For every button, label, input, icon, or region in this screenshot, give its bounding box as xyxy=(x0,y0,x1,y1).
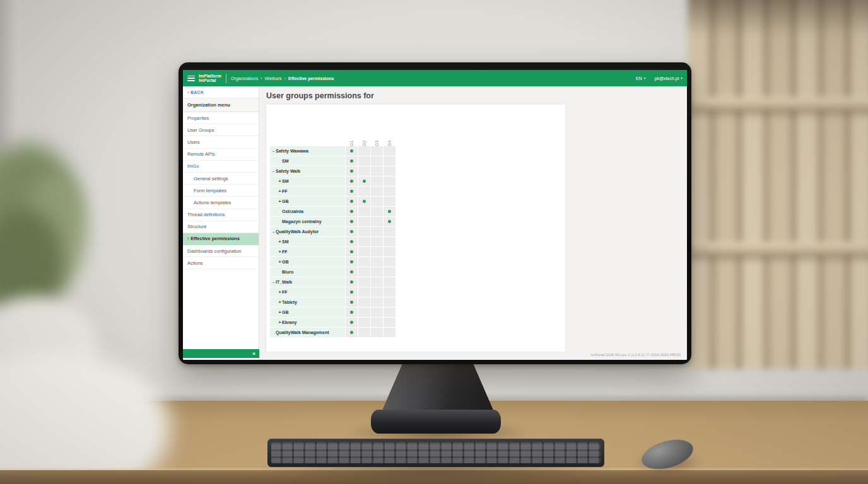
matrix-cell xyxy=(371,318,383,327)
sidebar-item-label: Actions xyxy=(187,260,203,266)
matrix-column-label: G2 xyxy=(363,141,367,146)
expand-icon[interactable]: + xyxy=(278,239,282,244)
collapse-icon[interactable]: - xyxy=(271,280,276,284)
sidebar-item-label: General settings xyxy=(194,176,228,182)
sidebar-collapse-button[interactable]: « xyxy=(183,349,259,358)
sidebar-item-actions-templates[interactable]: Actions templates xyxy=(183,197,259,209)
row-label-text: QualityWalk Audytor xyxy=(276,229,319,234)
expand-icon[interactable]: + xyxy=(278,290,282,294)
permission-dot-icon xyxy=(350,250,353,253)
expand-icon[interactable]: + xyxy=(278,320,282,325)
matrix-cell xyxy=(358,237,370,246)
back-link[interactable]: ‹ BACK xyxy=(183,86,259,98)
matrix-cell xyxy=(358,207,370,216)
matrix-row-label-safety-walk[interactable]: -Safety Walk xyxy=(270,166,345,176)
matrix-cell xyxy=(371,277,383,287)
matrix-cell xyxy=(346,308,358,317)
matrix-cell xyxy=(358,277,370,287)
matrix-cell xyxy=(371,156,383,166)
collapse-icon[interactable]: - xyxy=(271,149,276,153)
matrix-cell xyxy=(346,267,358,277)
matrix-cell xyxy=(384,308,396,317)
matrix-row-label-ff[interactable]: +FF xyxy=(270,187,345,196)
matrix-cell xyxy=(384,146,396,156)
matrix-row-label-ff[interactable]: +FF xyxy=(270,287,345,297)
sidebar-item-dashboards-configuration[interactable]: Dashboards configuration xyxy=(183,245,259,257)
matrix-row-label-safety-wawawa[interactable]: -Safety Wawawa xyxy=(270,146,345,156)
matrix-cell xyxy=(346,227,358,236)
matrix-cell xyxy=(346,197,358,206)
sidebar-item-label: Structure xyxy=(187,224,206,229)
collapse-icon[interactable]: - xyxy=(271,169,276,173)
matrix-cell xyxy=(358,197,370,206)
breadcrumb-wielbark[interactable]: Wielbark xyxy=(265,76,282,81)
row-label-text: SM xyxy=(282,159,289,163)
expand-icon[interactable]: + xyxy=(278,310,282,314)
matrix-cell xyxy=(358,227,370,236)
menu-icon[interactable] xyxy=(187,76,195,81)
sidebar-item-remote-apis[interactable]: Remote APIs xyxy=(183,149,259,161)
matrix-row: +GB xyxy=(270,257,396,267)
sidebar-item-form-templates[interactable]: Form templates xyxy=(183,185,259,197)
matrix-row-label-ff[interactable]: +FF xyxy=(270,247,345,256)
matrix-row-label-sm[interactable]: +SM xyxy=(270,237,345,246)
row-label-text: GB xyxy=(282,310,289,314)
sidebar-item-imgo[interactable]: ImGo xyxy=(183,161,259,173)
sidebar-item-actions[interactable]: Actions xyxy=(183,257,259,269)
sidebar-item-thread-definitions[interactable]: Thread definitions xyxy=(183,209,259,221)
expand-icon[interactable]: + xyxy=(278,250,282,254)
sidebar-item-general-settings[interactable]: General settings xyxy=(183,173,259,185)
caret-down-icon: ▾ xyxy=(681,76,683,80)
app-logo[interactable]: ImPlatform ImPortal xyxy=(199,74,221,83)
matrix-column-headers: G1G2G3G4 xyxy=(346,133,396,146)
expand-icon[interactable]: + xyxy=(278,260,282,264)
matrix-row-label-it-walk[interactable]: -IT_Walk xyxy=(270,277,345,287)
matrix-cell xyxy=(371,146,383,156)
matrix-row-label-gb[interactable]: +GB xyxy=(270,308,345,317)
sidebar-item-effective-permissions[interactable]: ›Effective permissions xyxy=(183,233,259,245)
sidebar-item-user-groups[interactable]: User Groups xyxy=(183,124,259,136)
matrix-cell xyxy=(346,146,358,156)
matrix-row-label-tablety[interactable]: +Tablety xyxy=(270,297,345,307)
language-selector[interactable]: EN ▾ xyxy=(636,76,646,81)
matrix-cell xyxy=(371,257,383,267)
matrix-row-label-sm[interactable]: +SM xyxy=(270,176,345,186)
sidebar-item-structure[interactable]: Structure xyxy=(183,221,259,233)
expand-icon[interactable]: + xyxy=(278,300,282,304)
row-label-text: IT_Walk xyxy=(276,280,292,284)
row-label-text: GB xyxy=(282,199,289,204)
permission-dot-icon xyxy=(350,240,353,243)
monitor-bezel: ImPlatform ImPortal Organizations › Wiel… xyxy=(179,62,691,364)
user-menu[interactable]: pk@xtech.pl ▾ xyxy=(655,76,683,81)
sidebar-item-properties[interactable]: Properties xyxy=(183,112,259,124)
matrix-cell xyxy=(346,207,358,216)
matrix-row-label-gb[interactable]: +GB xyxy=(270,197,345,206)
matrix-row-label-ekrany[interactable]: +Ekrany xyxy=(270,318,345,327)
sidebar-item-users[interactable]: Users xyxy=(183,136,259,148)
permission-dot-icon xyxy=(350,170,353,173)
matrix-row-label-qualitywalk-audytor[interactable]: -QualityWalk Audytor xyxy=(270,227,345,236)
sidebar-item-label: User Groups xyxy=(187,127,214,133)
matrix-cell xyxy=(346,287,358,297)
matrix-column-label: G4 xyxy=(388,141,392,146)
matrix-row: +FF xyxy=(270,247,396,256)
matrix-column-header: G4 xyxy=(384,133,396,146)
matrix-cell xyxy=(346,217,358,226)
expand-icon[interactable]: + xyxy=(278,199,282,204)
expand-icon[interactable]: + xyxy=(278,189,282,193)
row-label-text: Safety Wawawa xyxy=(276,149,308,153)
matrix-row: +FF xyxy=(270,287,396,297)
matrix-cell xyxy=(358,308,370,317)
monitor-stand-base xyxy=(371,410,501,434)
desk-scene: ImPlatform ImPortal Organizations › Wiel… xyxy=(0,0,868,484)
monitor-stand-neck xyxy=(377,363,498,413)
breadcrumb-organizations[interactable]: Organizations xyxy=(231,76,258,81)
matrix-cell xyxy=(346,318,358,327)
matrix-cell xyxy=(358,318,370,327)
matrix-cell xyxy=(358,146,370,156)
collapse-icon[interactable]: - xyxy=(271,229,276,234)
matrix-cell xyxy=(384,247,396,256)
version-footer: ImPortal 2026 R1-pre 1 (v.2.9.1), © 2019… xyxy=(590,353,681,357)
matrix-row-label-gb[interactable]: +GB xyxy=(270,257,345,267)
expand-icon[interactable]: + xyxy=(278,179,282,183)
